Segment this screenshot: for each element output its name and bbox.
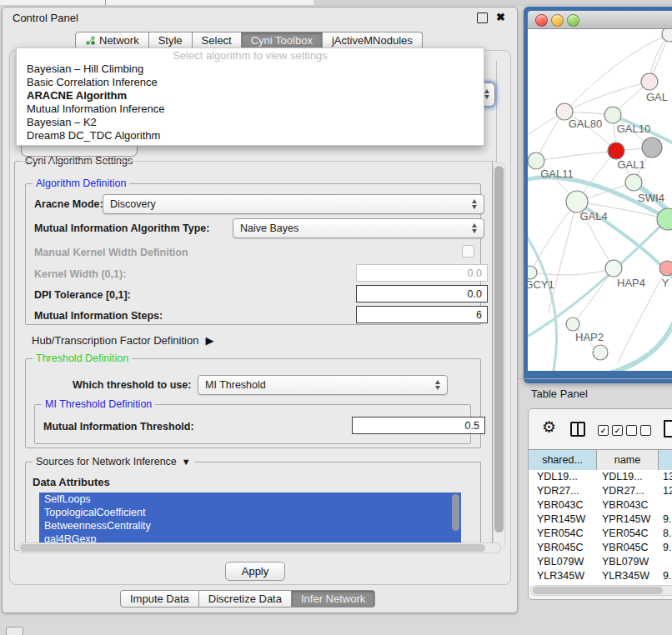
table-rows: YDL19... YDL19... 13 YDR27... YDR27... 1… (529, 470, 672, 586)
column-header-name[interactable]: name (596, 450, 659, 470)
node-label: GAL4 (579, 210, 607, 222)
data-attribute-item[interactable]: BetweennessCentrality (39, 519, 461, 532)
mi-steps-field[interactable]: 6 (356, 306, 488, 323)
node-label: GAL80 (569, 118, 602, 130)
algorithm-dropdown-placeholder: Select algorithm to view settings (17, 48, 484, 62)
node-label: GAL10 (617, 122, 650, 135)
mi-threshold-group: MI Threshold Definition Mutual Informati… (34, 404, 471, 444)
network-node[interactable] (662, 29, 672, 42)
data-attributes-list[interactable]: SelfLoopsTopologicalCoefficientBetweenne… (39, 492, 461, 544)
tab-style[interactable]: Style (149, 32, 193, 49)
cell-value: 9. (657, 512, 671, 527)
algorithm-dropdown: Select algorithm to view settings Bayesi… (16, 48, 484, 146)
kernel-width-field[interactable]: 0.0 (356, 264, 488, 282)
network-node[interactable] (605, 260, 622, 277)
tab-infer-network[interactable]: Infer Network (292, 590, 375, 608)
network-node[interactable] (566, 318, 579, 331)
tab-jactivemnodules[interactable]: jActiveMNodules (323, 32, 423, 49)
zoom-traffic-light[interactable] (567, 14, 579, 27)
close-traffic-light[interactable] (535, 14, 548, 27)
tab-cyni-toolbox[interactable]: Cyni Toolbox (242, 32, 323, 49)
tab-discretize-data[interactable]: Discretize Data (199, 590, 292, 608)
manual-kernel-checkbox[interactable] (462, 245, 474, 258)
algorithm-option[interactable]: Bayesian – K2 (17, 116, 484, 129)
table-row[interactable]: YBR043C YBR043C (529, 498, 672, 512)
table-row[interactable]: YER054C YER054C 8. (529, 527, 672, 541)
table-row[interactable]: YDL19... YDL19... 13 (529, 470, 672, 484)
dpi-tolerance-field[interactable]: 0.0 (356, 285, 488, 302)
manual-kernel-label: Manual Kernel Width Definition (34, 247, 188, 258)
attributes-list-scrollbar[interactable] (452, 494, 459, 531)
table-row[interactable]: YPR145W YPR145W 9. (529, 512, 672, 527)
top-toolbar-fragment (0, 0, 672, 6)
close-panel-button[interactable]: ✖ (496, 12, 505, 23)
node-labels: GAL GAL80 GAL10 GAL1 GAL11 SWI4 GAL4 GCY… (528, 91, 669, 343)
cell-value: 12 (657, 484, 672, 498)
network-node[interactable] (528, 266, 537, 279)
cell-name: YLR345W (596, 569, 657, 583)
dpi-tolerance-label: DPI Tolerance [0,1]: (34, 289, 131, 301)
node-label: GAL (646, 91, 668, 103)
mi-type-select[interactable]: Naive Bayes (233, 218, 484, 238)
mi-type-value: Naive Bayes (240, 222, 298, 234)
network-node[interactable] (642, 138, 662, 158)
network-view-window[interactable]: GAL GAL80 GAL10 GAL1 GAL11 SWI4 GAL4 GCY… (524, 7, 672, 383)
algorithm-option[interactable]: Basic Correlation Inference (17, 76, 484, 89)
cell-value: 9. (657, 541, 671, 555)
network-node[interactable] (625, 174, 642, 191)
algorithm-definition-group: Algorithm Definition Aracne Mode: Discov… (25, 183, 481, 325)
network-node[interactable] (593, 345, 608, 360)
document-icon[interactable] (664, 420, 672, 438)
table-row[interactable]: YDR27... YDR27... 12 (529, 484, 672, 498)
tab-impute-data[interactable]: Impute Data (120, 590, 199, 608)
cyni-algorithm-settings-group: Cyni Algorithm Settings Algorithm Defini… (14, 161, 493, 551)
network-node[interactable] (604, 107, 621, 123)
select-all-checkboxes-icon[interactable]: ✓ ✓ (598, 425, 623, 436)
sources-group-title-row[interactable]: Sources for Network Inference ▼ (33, 456, 194, 468)
hub-definition-toggle[interactable]: Hub/Transcription Factor Definition ▶ (32, 334, 213, 347)
table-horizontal-scrollbar[interactable] (530, 585, 672, 596)
column-header-shared-name[interactable]: shared... (528, 450, 597, 470)
aracne-mode-select[interactable]: Discovery (103, 194, 484, 214)
settings-horizontal-scrollbar[interactable] (18, 542, 501, 553)
hidden-combo-fragment (21, 144, 138, 157)
network-window-titlebar[interactable] (528, 11, 672, 29)
tab-network-label: Network (99, 32, 139, 48)
network-node[interactable] (659, 261, 672, 276)
mi-threshold-group-title: MI Threshold Definition (42, 398, 155, 411)
algorithm-option[interactable]: ARACNE Algorithm (17, 89, 484, 102)
mi-threshold-field[interactable]: 0.5 (352, 417, 485, 434)
algorithm-combo-fragment[interactable] (483, 82, 495, 107)
deselect-all-checkboxes-icon[interactable] (626, 425, 651, 436)
apply-button[interactable]: Apply (225, 562, 285, 581)
which-threshold-select[interactable]: MI Threshold (198, 375, 448, 395)
combo-stepper-icon (470, 223, 479, 233)
algorithm-option[interactable]: Bayesian – Hill Climbing (17, 62, 484, 76)
data-attributes-label: Data Attributes (33, 476, 110, 488)
column-header-cut[interactable] (658, 450, 672, 470)
network-canvas[interactable]: GAL GAL80 GAL10 GAL1 GAL11 SWI4 GAL4 GCY… (528, 29, 672, 371)
table-row[interactable]: YBL079W YBL079W (529, 555, 672, 569)
minimize-traffic-light[interactable] (551, 14, 564, 27)
network-node[interactable] (608, 142, 624, 159)
float-window-button[interactable] (477, 12, 488, 23)
table-row[interactable]: YBR045C YBR045C 9. (529, 541, 672, 555)
sources-group: Sources for Network Inference ▼ Data Att… (25, 462, 481, 549)
table-row[interactable]: YLR345W YLR345W 9. (529, 569, 672, 583)
split-columns-icon[interactable] (570, 422, 585, 437)
algorithm-option[interactable]: Mutual Information Inference (17, 102, 484, 116)
network-node[interactable] (641, 73, 658, 90)
algorithm-option[interactable]: Dream8 DC_TDC Algorithm (17, 129, 484, 142)
tab-select[interactable]: Select (193, 32, 242, 49)
node-label: GAL1 (617, 158, 644, 171)
data-attribute-item[interactable]: SelfLoops (39, 492, 461, 506)
gear-icon[interactable]: ⚙ (542, 419, 556, 436)
screen: Control Panel ✖ Network Style Select Cyn… (0, 0, 672, 635)
checked-box-icon: ✓ (612, 425, 623, 436)
panel-divider[interactable] (519, 378, 672, 379)
network-node[interactable] (528, 152, 544, 169)
minimized-panel-fragment[interactable] (6, 627, 23, 635)
tab-network[interactable]: Network (75, 32, 149, 49)
data-attribute-item[interactable]: TopologicalCoefficient (39, 506, 461, 519)
settings-vertical-scrollbar[interactable] (493, 162, 505, 549)
